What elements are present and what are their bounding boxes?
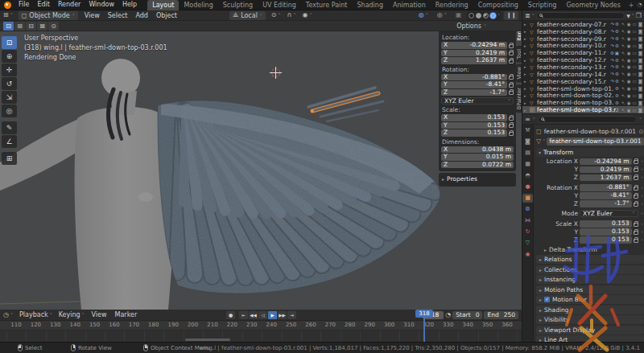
dimensions-x-field[interactable]: X0.0438 m	[441, 146, 514, 154]
pin-icon[interactable]: ⊙	[638, 128, 643, 135]
outliner-row[interactable]: ▸▽feather-secondary-11.r⚙▣↖◉▭◙	[522, 49, 644, 56]
properties-editor-icon[interactable]: ≡	[525, 116, 530, 123]
workspace-tab-texture-paint[interactable]: Texture Paint	[301, 0, 353, 10]
prop-rotation-x[interactable]: -0.881°	[580, 184, 632, 191]
shading-material-button[interactable]	[483, 13, 489, 18]
prop-scale-z[interactable]: 0.153	[580, 236, 632, 244]
timeline-editor-type-button[interactable]: ◷˅	[0, 310, 16, 320]
lock-icon[interactable]	[634, 168, 638, 172]
mode-selector[interactable]: ◻Object Mode˅	[19, 11, 78, 20]
workspace-tab-uv-editing[interactable]: UV Editing	[258, 0, 301, 10]
small-top-feathers[interactable]	[308, 88, 383, 121]
workspace-tab-geometry-nodes[interactable]: Geometry Nodes	[561, 0, 625, 10]
lock-icon[interactable]	[634, 223, 638, 227]
shading-solid-button[interactable]	[476, 13, 481, 18]
prop-location-x[interactable]: -0.24294 m	[580, 158, 632, 166]
location-x-field[interactable]: X-0.24294 m	[441, 42, 507, 49]
end-frame-field[interactable]: End250	[484, 311, 518, 319]
section-delta-transform[interactable]: ▸Delta Transform	[536, 245, 644, 254]
transform-orientation-selector[interactable]: ⟁Local˅	[229, 11, 266, 20]
menu-object[interactable]: Object	[152, 12, 181, 19]
start-frame-field[interactable]: Start0	[452, 311, 482, 319]
prop-scale-y[interactable]: 0.153	[580, 228, 632, 236]
menu-marker[interactable]: Marker	[111, 311, 142, 318]
select-mode-intersect[interactable]: ⊙	[48, 22, 59, 31]
scale-x-field[interactable]: X0.153	[441, 114, 507, 121]
lock-icon[interactable]	[509, 60, 514, 64]
lock-icon[interactable]	[634, 176, 638, 180]
rotation-y-field[interactable]: Y-8.41°	[441, 81, 507, 88]
lock-icon[interactable]	[509, 51, 514, 55]
lock-icon[interactable]	[634, 160, 638, 164]
section-motion-blur[interactable]: ▸✓Motion Blur	[536, 295, 644, 304]
menu-render[interactable]: Render	[54, 0, 85, 10]
tool-annotate[interactable]: ✎	[2, 121, 17, 134]
playhead[interactable]: 318	[415, 310, 433, 318]
tool-measure[interactable]: ∠	[2, 135, 17, 148]
menu-view-timeline[interactable]: View	[88, 311, 111, 318]
timeline-ruler[interactable]: 1101201301401501601701801902002102202302…	[0, 321, 522, 330]
tab-output[interactable]: ▤	[522, 149, 533, 158]
timeline-scrollbar[interactable]	[185, 339, 230, 341]
properties-subpanel[interactable]: ▸Properties	[439, 173, 516, 187]
dimensions-z-field[interactable]: Z0.0722 m	[441, 162, 514, 169]
section-relations[interactable]: ▸Relations	[536, 255, 644, 264]
prev-keyframe-button[interactable]: ◀◀	[249, 311, 258, 319]
shading-options-chevron[interactable]: ˅	[497, 13, 500, 18]
outliner-row[interactable]: ▸▽feather-secondary-13.r↷⚙↖◉▭◙	[522, 64, 644, 71]
lock-icon[interactable]	[509, 76, 514, 80]
section-instancing[interactable]: ▸Instancing	[536, 275, 644, 284]
transform-panel-header[interactable]: ▾Transform	[536, 148, 644, 157]
display-mode-icon[interactable]: ≣	[525, 12, 530, 19]
menu-view[interactable]: View	[80, 12, 104, 19]
lock-icon[interactable]	[509, 91, 514, 95]
prop-location-z[interactable]: 1.2637 m	[580, 174, 632, 182]
section-motion-paths[interactable]: ▸Motion Paths	[536, 285, 644, 294]
rotation-z-field[interactable]: Z-1.7°	[441, 89, 507, 96]
lock-icon[interactable]	[634, 195, 638, 199]
play-reverse-button[interactable]: ◁	[258, 311, 267, 319]
prop-rotation-y[interactable]: -8.41°	[580, 192, 632, 199]
render-pause-button[interactable]: ❙❙	[504, 11, 518, 20]
lock-icon[interactable]	[509, 44, 514, 48]
workspace-tab-animation[interactable]: Animation	[388, 0, 431, 10]
rotation-mode-dropdown[interactable]: XYZ Euler˅	[580, 210, 638, 217]
tool-rotate[interactable]: ↺	[2, 77, 17, 90]
tab-scene[interactable]: ◓	[522, 171, 533, 180]
prop-location-y[interactable]: 0.2419 m	[580, 166, 632, 174]
menu-playback[interactable]: Playback˅	[16, 310, 56, 320]
workspace-tab-scripting[interactable]: Scripting	[523, 0, 562, 10]
properties-search-input[interactable]	[538, 116, 637, 123]
menu-keying[interactable]: Keying˅	[56, 310, 88, 320]
select-mode-invert[interactable]: ⊠	[37, 22, 47, 31]
location-y-field[interactable]: Y0.2419 m	[441, 50, 507, 57]
dimensions-y-field[interactable]: Y0.015 m	[441, 154, 514, 161]
show-gizmo-button[interactable]: ◍˅	[415, 10, 431, 20]
tab-view-layer[interactable]: ▦	[522, 160, 533, 169]
menu-edit[interactable]: Edit	[33, 0, 54, 10]
section-collections[interactable]: ▸Collections	[536, 265, 644, 274]
rotation-mode-dropdown[interactable]: XYZ Euler˅	[441, 97, 514, 105]
chevron-down-icon[interactable]: ˅	[639, 117, 642, 122]
proportional-edit-toggle[interactable]: ◉˅	[299, 10, 315, 20]
location-z-field[interactable]: Z1.2637 m	[441, 57, 507, 64]
lock-icon[interactable]	[509, 117, 514, 121]
tool-move[interactable]: ✛	[2, 64, 17, 76]
section-visibility[interactable]: ▸Visibility	[536, 315, 644, 324]
outliner-row[interactable]: ▸▽feather-secondary-07.r↷⚙↖◉▭◙	[522, 21, 644, 28]
menu-window[interactable]: Window	[85, 0, 118, 10]
lock-icon[interactable]	[509, 124, 514, 128]
outliner-row[interactable]: ▸▽feather-secondary-14.r↷⚙↖◉▭◙	[522, 71, 644, 78]
snap-toggle[interactable]: ∩˅	[284, 10, 299, 20]
pivot-point-selector[interactable]: ⊙˅	[268, 10, 284, 20]
tool-transform[interactable]: ◎	[2, 105, 17, 117]
tab-render[interactable]: ◙	[522, 138, 533, 146]
prop-rotation-z[interactable]: -1.7°	[580, 200, 632, 207]
workspace-tab-layout[interactable]: Layout	[147, 0, 179, 10]
object-name-field[interactable]: feather-sml-down-top-03.r.001	[547, 138, 643, 146]
workspace-tab-compositing[interactable]: Compositing	[473, 0, 523, 10]
scale-z-field[interactable]: Z0.153	[441, 129, 507, 137]
tool-scale[interactable]: ⇲	[2, 91, 17, 104]
stopwatch-icon[interactable]: ◔	[445, 311, 451, 318]
select-mode-extend[interactable]: ⊞	[14, 22, 25, 31]
